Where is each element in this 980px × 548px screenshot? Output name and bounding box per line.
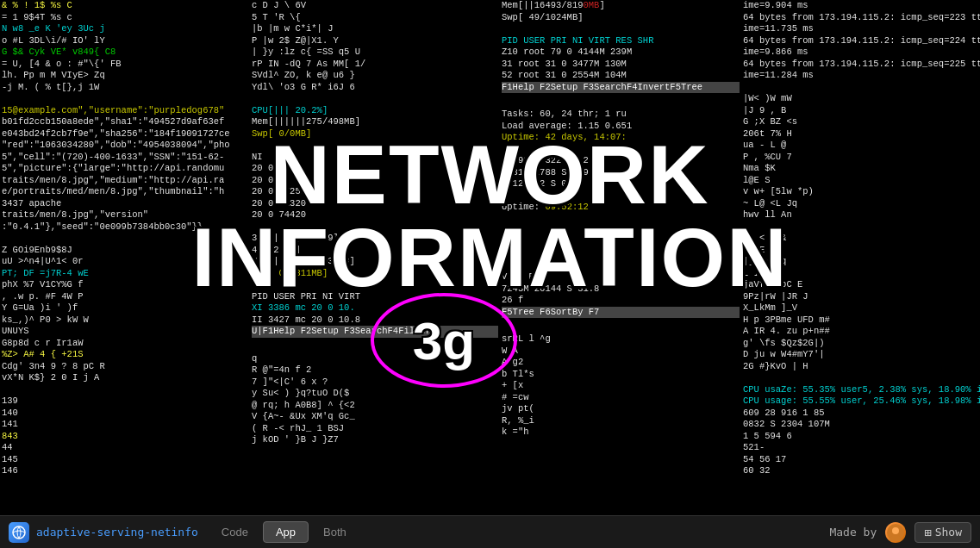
tab-group: Code App Both bbox=[209, 521, 359, 543]
network-badge-circle: 3g bbox=[371, 293, 517, 388]
terminal-col-1: & % ! 1$ %s C = 1 9$4T %s c N w8 _e K 'e… bbox=[0, 0, 250, 534]
terminal-col-2: c D J \ 6V 5 T 'R \{ |b |m w C*i*| J P |… bbox=[250, 0, 500, 534]
tab-both[interactable]: Both bbox=[310, 521, 359, 543]
app-name: adaptive-serving-netinfo bbox=[36, 526, 198, 539]
terminal-col-4: ime=9.904 ms 64 bytes from 173.194.115.2… bbox=[741, 0, 980, 534]
svg-point-2 bbox=[892, 527, 899, 534]
show-button[interactable]: ⊞ Show bbox=[914, 522, 971, 543]
terminal-col-3: Mem[||16493/8190MB] Swp[ 49/1024MB] PID … bbox=[500, 0, 741, 534]
show-icon: ⊞ bbox=[924, 526, 931, 539]
svg-point-0 bbox=[13, 526, 25, 539]
show-label: Show bbox=[935, 526, 962, 539]
right-section: Made by ⊞ Show bbox=[829, 522, 971, 543]
bottom-bar: adaptive-serving-netinfo Code App Both M… bbox=[0, 515, 980, 548]
network-badge-text: 3g bbox=[413, 310, 475, 371]
tab-code[interactable]: Code bbox=[209, 521, 261, 543]
app-icon bbox=[9, 522, 29, 543]
avatar bbox=[885, 522, 906, 543]
made-by-text: Made by bbox=[829, 526, 877, 539]
tab-app[interactable]: App bbox=[263, 521, 309, 543]
